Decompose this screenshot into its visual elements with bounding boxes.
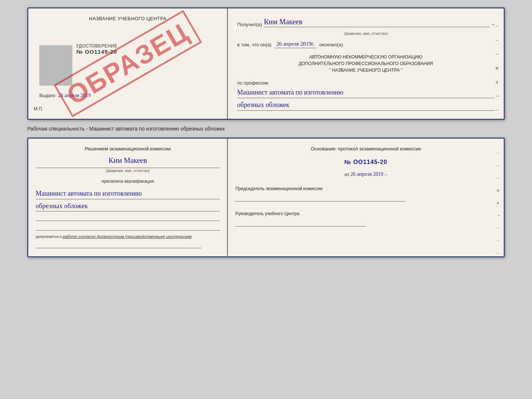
poluchil-line: Получил(а) Ким Макеев – <box>237 18 495 27</box>
vydano-label: Выдано <box>39 93 55 98</box>
udostoverenie-block: УДОСТОВЕРЕНИЕ № OO1145-20 <box>76 43 118 55</box>
bottom-name-handwritten: Ким Макеев <box>36 154 220 166</box>
vtom-date: 26 апреля 2019г. <box>274 41 316 48</box>
bottom-card-right: Основание: протокол экзаменационной коми… <box>228 139 504 256</box>
osnovanie-label: Основание: протокол экзаменационной коми… <box>311 146 421 152</box>
caption-line: Рабочая специальность - Машинист автомат… <box>27 124 505 133</box>
protocol-number: № OO1145-20 <box>235 159 496 165</box>
okonchill-label: окончил(а) <box>319 42 343 47</box>
school-name-top: НАЗВАНИЕ УЧЕБНОГО ЦЕНТРА <box>37 16 218 21</box>
profession-block: по профессии Машинист автомата по изгото… <box>237 80 495 111</box>
predsedatel-underline <box>235 194 405 202</box>
dopuskaetsya-block: допускается к работе согласно должностны… <box>36 234 220 239</box>
poluchil-subtitle: (фамилия, имя, отчество) <box>237 32 495 36</box>
vtom-label: в том, что он(а) <box>237 42 271 47</box>
watermark: ОБРАЗЕЦ <box>53 10 202 117</box>
predsedatel-label: Председатель экзаменационной комиссии <box>235 185 496 192</box>
osnovanie-block: Основание: протокол экзаменационной коми… <box>235 145 496 153</box>
kvali-text1: Машинист автомата по изготовлению <box>36 190 142 197</box>
kvali-line1: Машинист автомата по изготовлению <box>36 188 220 199</box>
right-dashes: – – – и а ← – – – – <box>496 23 501 120</box>
profession-text1: Машинист автомата по изготовлению <box>237 89 343 96</box>
profession-text2: обрезных обложек <box>237 101 289 108</box>
bottom-right-dashes: – – – и а ← – – – – <box>497 150 502 257</box>
dopuskaetsya-label: допускается к <box>36 234 62 239</box>
udost-title: УДОСТОВЕРЕНИЕ <box>76 43 118 49</box>
vtom-line: в том, что он(а) 26 апреля 2019г. окончи… <box>237 41 495 48</box>
vydano-line: Выдано 26 апреля 2019 <box>39 93 91 99</box>
profession-underline2: обрезных обложек <box>237 100 495 111</box>
photo-placeholder <box>39 45 72 86</box>
kvali-line2: обрезных обложек <box>36 201 220 212</box>
bottom-underline-extra <box>36 240 201 248</box>
rukovoditel-label: Руководитель учебного Центра <box>235 210 496 217</box>
profession-label: по профессии <box>237 80 495 86</box>
org-line3: " НАЗВАНИЕ УЧЕБНОГО ЦЕНТРА " <box>237 67 495 74</box>
ot-date: 26 апреля 2019 <box>351 171 383 177</box>
poluchil-name: Ким Макеев <box>264 18 490 27</box>
mp-line: М.П. <box>34 106 43 111</box>
kvali-line3 <box>36 213 220 221</box>
rukovoditel-block: Руководитель учебного Центра <box>235 210 496 227</box>
kvali-line4 <box>36 222 220 231</box>
top-card: НАЗВАНИЕ УЧЕБНОГО ЦЕНТРА УДОСТОВЕРЕНИЕ №… <box>27 7 505 120</box>
bottom-card: Решением экзаменационной комиссии Ким Ма… <box>27 138 505 257</box>
mp-label: М.П. <box>34 106 43 111</box>
org-line1: АВТОНОМНУЮ НЕКОММЕРЧЕСКУЮ ОРГАНИЗАЦИЮ <box>237 54 495 60</box>
ot-label: от <box>345 172 349 177</box>
org-line2: ДОПОЛНИТЕЛЬНОГО ПРОФЕССИОНАЛЬНОГО ОБРАЗО… <box>237 60 495 67</box>
udost-number: № OO1145-20 <box>76 49 118 55</box>
ot-line: от 26 апреля 2019 – <box>235 171 496 177</box>
kvali-underlines: Машинист автомата по изготовлению обрезн… <box>36 188 220 231</box>
bottom-card-left: Решением экзаменационной комиссии Ким Ма… <box>28 139 228 256</box>
prisvoena-label: присвоена квалификация <box>36 179 220 184</box>
org-block: АВТОНОМНУЮ НЕКОММЕРЧЕСКУЮ ОРГАНИЗАЦИЮ ДО… <box>237 54 495 74</box>
top-card-left: НАЗВАНИЕ УЧЕБНОГО ЦЕНТРА УДОСТОВЕРЕНИЕ №… <box>28 8 228 119</box>
kvali-text2: обрезных обложек <box>36 202 88 210</box>
resheniem-block: Решением экзаменационной комиссии Ким Ма… <box>36 145 220 174</box>
dopuskaetsya-text: работе согласно должностным (производств… <box>63 234 192 239</box>
ruk-underline <box>235 219 366 227</box>
poluchil-label: Получил(а) <box>237 22 262 27</box>
vydano-date: 26 апреля 2019 <box>58 93 91 98</box>
predsedatel-block: Председатель экзаменационной комиссии <box>235 185 496 202</box>
resheniem-label: Решением экзаменационной комиссии <box>36 145 220 153</box>
document-wrapper: НАЗВАНИЕ УЧЕБНОГО ЦЕНТРА УДОСТОВЕРЕНИЕ №… <box>27 7 505 257</box>
bottom-name-subtitle: (фамилия, имя, отчество) <box>36 168 220 174</box>
dash-after-name: – <box>492 21 495 27</box>
top-card-right: Получил(а) Ким Макеев – (фамилия, имя, о… <box>228 8 504 119</box>
profession-underline1: Машинист автомата по изготовлению <box>237 87 495 98</box>
